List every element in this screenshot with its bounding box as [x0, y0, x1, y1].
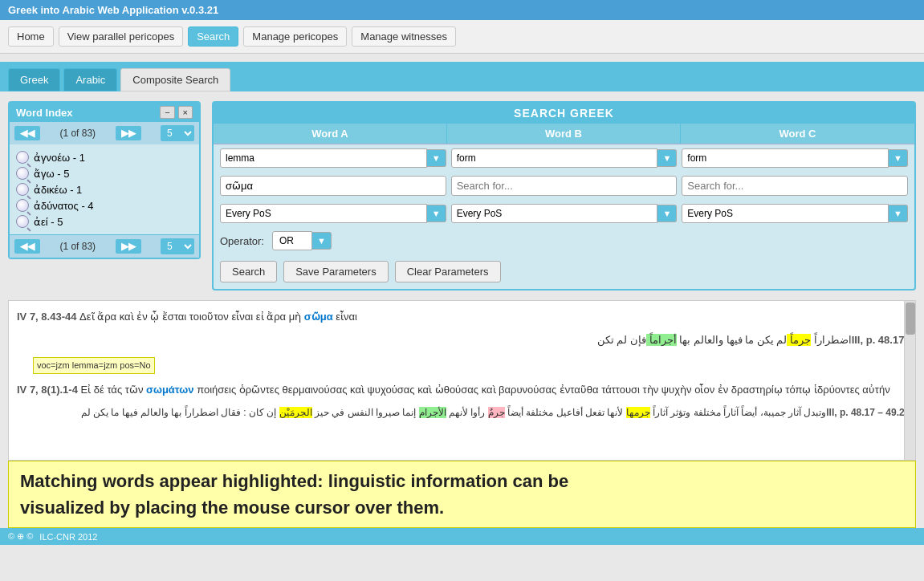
operator-input[interactable] [272, 231, 312, 250]
result-arabic: أيضاً آثاراً مختلفة وتؤثر آثاراً [650, 407, 758, 418]
list-item[interactable]: ἀδύνατος - 4 [16, 197, 193, 213]
pos-c-cell: Every PoS ▼ [682, 204, 908, 223]
word-index-info-bottom: (1 of 83) [59, 241, 96, 252]
main-content: Word Index − × ◀◀ (1 of 83) ▶▶ 5 10 20 ἀ… [0, 91, 924, 300]
result-text: Εἰ δέ τάς τῶν [80, 384, 146, 396]
operator-arrow[interactable]: ▼ [312, 232, 332, 250]
clear-parameters-button[interactable]: Clear Parameters [395, 261, 501, 282]
operator-select-wrap: ▼ [272, 231, 336, 250]
search-icon [16, 183, 29, 196]
word-a-input[interactable]: σῶμα [220, 176, 446, 196]
nav-view-parallel[interactable]: View parallel pericopes [59, 26, 183, 47]
tab-arabic[interactable]: Arabic [63, 68, 117, 91]
result-highlight-arabic2: أجراماً [646, 334, 677, 346]
result-ref: III, p. 48.17 – 49.2 [826, 407, 907, 418]
word-index-count-select[interactable]: 5 10 20 [161, 125, 194, 141]
search-cols-header: Word A Word B Word C [214, 124, 914, 144]
result-highlight: جرمٌ [488, 407, 505, 418]
pos-b-arrow[interactable]: ▼ [657, 205, 677, 222]
pos-a-cell: Every PoS ▼ [220, 204, 446, 223]
search-type-row: lemma form ▼ form lemma ▼ [214, 144, 914, 172]
pos-b-select[interactable]: Every PoS [451, 204, 658, 223]
result-arabic: لأنها تفعل أفاعيل مختلفة أيضاً [505, 407, 624, 418]
result-arabic: رأوا لأنهم [446, 407, 486, 418]
word-index-count-select-bottom[interactable]: 5 10 20 [161, 238, 194, 254]
word-index-minimize[interactable]: − [160, 106, 174, 119]
word-index-nav-bottom: ◀◀ (1 of 83) ▶▶ 5 10 20 [10, 234, 199, 258]
pos-a-select[interactable]: Every PoS [220, 204, 427, 223]
tab-greek[interactable]: Greek [8, 68, 60, 91]
app-title: Greek into Arabic Web Application v.0.3.… [8, 4, 218, 16]
word-item-text: ἄγω - 5 [34, 168, 69, 180]
word-c-input-cell [682, 176, 908, 196]
search-icon [16, 151, 29, 164]
scrollbar[interactable] [904, 301, 915, 460]
search-buttons-row: Search Save Parameters Clear Parameters [214, 254, 914, 289]
word-c-type-cell: form lemma ▼ [682, 148, 908, 168]
word-item-text: ἀγνοέω - 1 [34, 152, 85, 164]
word-index-next-next-bottom[interactable]: ▶▶ [116, 239, 141, 254]
list-item[interactable]: ἀδικέω - 1 [16, 181, 193, 197]
result-arabic: اضطراراً [814, 334, 852, 346]
col-header-c: Word C [681, 124, 914, 144]
search-button[interactable]: Search [220, 261, 277, 282]
tab-composite[interactable]: Composite Search [120, 68, 230, 91]
word-index-nav-top: ◀◀ (1 of 83) ▶▶ 5 10 20 [10, 122, 199, 144]
overlay-line1: Matching words appear highlighted: lingu… [20, 471, 568, 491]
result-ref: IV 7, 8.43-44 [17, 311, 79, 323]
word-a-type-cell: lemma form ▼ [220, 148, 446, 168]
pos-a-arrow[interactable]: ▼ [427, 205, 446, 222]
word-index-close[interactable]: × [178, 106, 193, 119]
list-item[interactable]: ἀγνοέω - 1 [16, 149, 193, 165]
result-ref: IV 7, 8(1).1-4 [17, 384, 80, 396]
tooltip-content: voc=jzm lemma=jzm pos=No [33, 357, 155, 375]
word-a-type-arrow[interactable]: ▼ [427, 149, 446, 167]
result-text: ποιήσεις ὁρῶντες θερμαινούσας καὶ ψυχούσ… [197, 384, 890, 396]
search-greek-panel: SEARCH GREEK Word A Word B Word C lemma … [212, 101, 916, 290]
word-index-next-next[interactable]: ▶▶ [116, 126, 141, 140]
word-b-type-select[interactable]: form lemma [451, 148, 658, 168]
word-b-type-arrow[interactable]: ▼ [657, 149, 677, 167]
operator-row: Operator: ▼ [214, 227, 914, 254]
pos-c-select[interactable]: Every PoS [682, 204, 889, 223]
result-arabic: فإن لم تكن [597, 334, 646, 346]
word-b-input[interactable] [451, 176, 678, 196]
result-item: IV 7, 8(1).1-4 Εἰ δέ τάς τῶν σωμάτων ποι… [17, 379, 907, 402]
operator-label: Operator: [220, 235, 264, 247]
result-highlight-arabic: جرماً [787, 334, 811, 346]
footer-cc-icons: © ⊕ © [8, 531, 33, 542]
word-index-prev-prev-bottom[interactable]: ◀◀ [14, 239, 40, 254]
result-arabic: إن كان : فقال اضطراراً بها والعالم فيها … [81, 407, 277, 418]
result-arabic: وتبدل آثار جميبة، [760, 407, 827, 418]
title-bar: Greek into Arabic Web Application v.0.3.… [0, 0, 924, 20]
word-a-type-select[interactable]: lemma form [220, 148, 427, 168]
scrollbar-thumb[interactable] [906, 303, 915, 335]
list-item[interactable]: ἄγω - 5 [16, 165, 193, 181]
word-index-title: Word Index [16, 107, 73, 119]
result-highlight: σῶμα [304, 311, 333, 323]
result-item: III, p. 48.17 اضطراراً جرماً لم يكن ما ف… [17, 329, 907, 352]
word-b-input-cell [451, 176, 678, 196]
word-item-text: ἀδικέω - 1 [34, 184, 82, 196]
nav-bar: Home View parallel pericopes Search Mana… [0, 20, 924, 54]
word-c-input[interactable] [682, 176, 908, 196]
word-c-type-select[interactable]: form lemma [682, 148, 889, 168]
result-arabic: لم يكن ما فيها والعالم بها [677, 334, 788, 346]
result-highlight: σωμάτων [146, 384, 193, 396]
list-item[interactable]: ἀεί - 5 [16, 213, 193, 230]
result-tooltip: voc=jzm lemma=jzm pos=No [17, 352, 907, 380]
word-index-prev-prev[interactable]: ◀◀ [14, 126, 40, 140]
word-item-text: ἀεί - 5 [34, 216, 63, 228]
word-index-panel: Word Index − × ◀◀ (1 of 83) ▶▶ 5 10 20 ἀ… [8, 101, 201, 259]
result-ref: III, p. 48.17 [852, 334, 907, 346]
nav-search[interactable]: Search [188, 26, 238, 47]
nav-manage-pericopes[interactable]: Manage pericopes [243, 26, 347, 47]
nav-manage-witnesses[interactable]: Manage witnesses [352, 26, 456, 47]
save-parameters-button[interactable]: Save Parameters [283, 261, 388, 282]
result-highlight: جرمها [626, 407, 650, 418]
word-c-type-arrow[interactable]: ▼ [889, 149, 908, 167]
pos-c-arrow[interactable]: ▼ [889, 205, 908, 222]
footer: © ⊕ © ILC-CNR 2012 [0, 528, 924, 545]
nav-home[interactable]: Home [8, 26, 54, 47]
result-item: III, p. 48.17 – 49.2 وتبدل آثار جميبة، أ… [17, 402, 907, 424]
